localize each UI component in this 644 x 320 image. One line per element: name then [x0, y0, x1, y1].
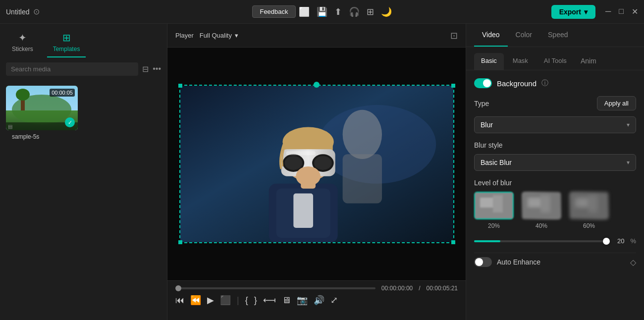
subtab-basic[interactable]: Basic — [474, 53, 504, 70]
blur-style-arrow: ▾ — [627, 159, 630, 166]
sidebar-tab-templates[interactable]: ⊞ Templates — [47, 28, 86, 57]
search-input[interactable] — [6, 62, 138, 76]
player-label: Player — [175, 32, 194, 39]
main-area: ✦ Stickers ⊞ Templates ⊟ ••• — [0, 24, 644, 320]
resize-handle-top[interactable] — [314, 82, 320, 88]
list-item[interactable]: 00:00:05 ▤ ✓ sample-5s — [6, 86, 78, 143]
minimize-button[interactable]: ─ — [605, 7, 611, 16]
headphone-icon[interactable]: 🎧 — [349, 6, 360, 17]
blur-preview-60 — [570, 193, 608, 218]
screen-button[interactable]: 🖥 — [282, 295, 291, 306]
svg-rect-28 — [528, 198, 542, 208]
filter-icon[interactable]: ⊟ — [142, 64, 149, 74]
svg-point-7 — [342, 110, 381, 159]
blur-thumb-60[interactable] — [569, 192, 609, 219]
save-icon[interactable]: 💾 — [317, 6, 327, 17]
auto-enhance-toggle[interactable] — [474, 257, 492, 267]
vr-scene-svg — [180, 86, 453, 242]
app-title: Untitled — [6, 8, 29, 16]
blur-slider-track[interactable] — [474, 240, 606, 242]
export-label: Export — [559, 8, 581, 16]
enhance-diamond-icon: ◇ — [630, 258, 636, 267]
blur-style-dropdown[interactable]: Basic Blur ▾ — [474, 154, 636, 171]
subtab-mask[interactable]: Mask — [506, 53, 535, 70]
tab-video[interactable]: Video — [474, 24, 508, 47]
type-row: Type Apply all — [474, 96, 636, 110]
control-separator-1: | — [237, 295, 239, 306]
play-button[interactable]: ▶ — [207, 295, 214, 306]
resize-handle-tl[interactable] — [178, 84, 182, 88]
info-icon[interactable]: ⓘ — [541, 79, 548, 88]
grid-icon[interactable]: ⊞ — [367, 6, 374, 17]
svg-point-20 — [314, 156, 332, 170]
stop-button[interactable]: ⬛ — [220, 295, 231, 306]
blur-pct-60: 60% — [583, 222, 595, 229]
svg-rect-31 — [575, 198, 590, 208]
svg-point-22 — [296, 166, 321, 186]
auto-enhance-knob — [475, 258, 483, 266]
svg-rect-23 — [286, 151, 316, 155]
tab-speed[interactable]: Speed — [540, 24, 576, 47]
blur-slider-row: 20 % — [474, 237, 636, 245]
tab-color[interactable]: Color — [508, 24, 540, 47]
resize-handle-tr[interactable] — [451, 84, 455, 88]
mark-in-button[interactable]: { — [245, 295, 248, 306]
export-button[interactable]: Export ▾ — [551, 5, 595, 19]
type-value: Blur — [481, 121, 493, 129]
svg-rect-26 — [493, 195, 503, 213]
type-dropdown[interactable]: Blur ▾ — [474, 116, 636, 133]
step-back-button[interactable]: ⏮ — [175, 295, 184, 306]
slider-value: 20 — [612, 237, 624, 245]
blur-option-40[interactable]: 40% — [522, 192, 561, 229]
subtab-ai-tools[interactable]: AI Tools — [537, 53, 574, 70]
sidebar-tabs: ✦ Stickers ⊞ Templates — [0, 24, 167, 57]
save-status-icon: ⊙ — [33, 7, 40, 16]
blur-option-20[interactable]: 20% — [474, 192, 514, 229]
media-duration: 00:00:05 — [50, 89, 75, 97]
svg-point-4 — [16, 89, 30, 101]
subtab-anim[interactable]: Anim — [576, 53, 601, 70]
svg-point-19 — [284, 156, 302, 170]
panel-subtabs: Basic Mask AI Tools Anim — [466, 47, 644, 70]
resize-handle-bl[interactable] — [178, 240, 182, 244]
player-controls: 00:00:00:00 / 00:00:05:21 ⏮ ⏪ ▶ ⬛ | { } … — [167, 280, 466, 320]
player-expand-icon[interactable]: ⊡ — [450, 30, 458, 41]
close-button[interactable]: ✕ — [632, 7, 638, 16]
resize-handle-br[interactable] — [451, 240, 455, 244]
titlebar-left: Untitled ⊙ — [6, 7, 216, 16]
theme-icon[interactable]: 🌙 — [381, 6, 392, 17]
time-total: 00:00:05:21 — [427, 285, 458, 292]
upload-icon[interactable]: ⬆ — [334, 6, 342, 17]
fullscreen-button[interactable]: ⤢ — [330, 295, 338, 306]
snapshot-button[interactable]: 📷 — [297, 295, 308, 306]
blur-option-60[interactable]: 60% — [569, 192, 609, 229]
auto-enhance-row: Auto Enhance ◇ — [474, 253, 636, 267]
quality-selector[interactable]: Full Quality ▾ — [200, 32, 238, 39]
background-toggle[interactable] — [474, 78, 492, 88]
sidebar: ✦ Stickers ⊞ Templates ⊟ ••• — [0, 24, 167, 320]
media-thumbnail[interactable]: 00:00:05 ▤ ✓ — [6, 86, 78, 130]
progress-track[interactable] — [175, 287, 376, 289]
slider-thumb[interactable] — [603, 238, 610, 245]
blur-thumb-20[interactable] — [474, 192, 514, 219]
mark-out-button[interactable]: } — [254, 295, 257, 306]
blur-thumb-40[interactable] — [522, 192, 561, 219]
apply-all-button[interactable]: Apply all — [597, 96, 636, 110]
media-selected-check: ✓ — [65, 117, 75, 127]
monitor-icon[interactable]: ⬜ — [299, 6, 310, 17]
blur-options: 20% 40% — [474, 192, 636, 229]
volume-button[interactable]: 🔊 — [314, 295, 324, 306]
video-canvas — [167, 48, 466, 280]
quality-label: Full Quality — [200, 32, 232, 39]
sidebar-tab-stickers[interactable]: ✦ Stickers — [6, 28, 39, 57]
maximize-button[interactable]: □ — [619, 7, 624, 16]
right-panel: Video Color Speed Basic Mask AI Tools An… — [466, 24, 644, 320]
feedback-button[interactable]: Feedback — [252, 5, 295, 18]
progress-thumb[interactable] — [175, 285, 181, 291]
auto-enhance-label: Auto Enhance — [497, 258, 540, 266]
frame-back-button[interactable]: ⏪ — [190, 295, 201, 306]
svg-rect-25 — [480, 198, 495, 208]
more-icon[interactable]: ••• — [153, 64, 161, 74]
background-section-header: Background ⓘ — [474, 78, 636, 88]
split-button[interactable]: ⟻ — [263, 295, 276, 306]
